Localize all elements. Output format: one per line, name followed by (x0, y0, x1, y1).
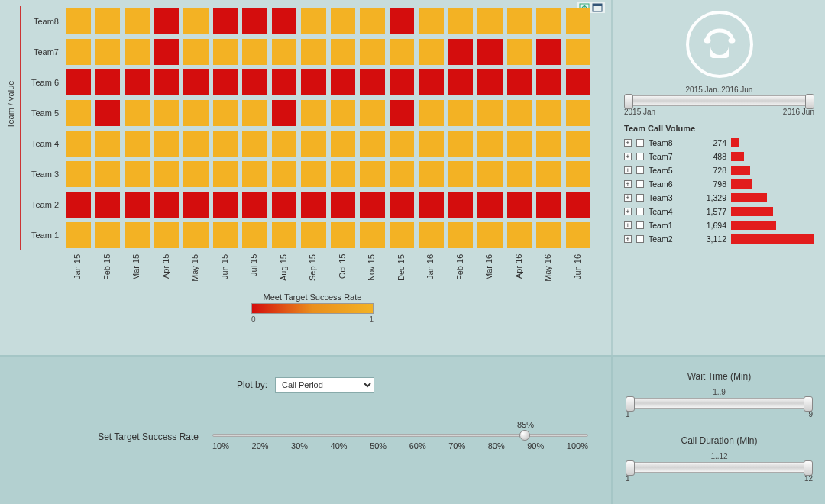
heatmap-cell[interactable] (534, 6, 564, 37)
team-checkbox[interactable] (636, 235, 644, 243)
heatmap-grid[interactable]: Team8Team7Team 6Team 5Team 4Team 3Team 2… (20, 6, 605, 250)
plot-by-select[interactable]: Call Period (275, 377, 374, 393)
heatmap-cell[interactable] (505, 159, 535, 189)
heatmap-cell[interactable] (387, 37, 417, 67)
heatmap-cell[interactable] (152, 128, 182, 159)
heatmap-cell[interactable] (564, 37, 594, 67)
heatmap-cell[interactable] (358, 67, 387, 98)
team-name[interactable]: Team2 (649, 234, 694, 244)
expand-icon[interactable]: + (624, 221, 632, 229)
call-volume-bar[interactable] (731, 152, 744, 161)
team-checkbox[interactable] (636, 166, 644, 174)
heatmap-cell[interactable] (152, 37, 182, 67)
heatmap-cell[interactable] (299, 67, 328, 98)
heatmap-cell[interactable] (387, 6, 417, 37)
heatmap-cell[interactable] (475, 128, 505, 159)
heatmap-cell[interactable] (328, 159, 358, 189)
heatmap-cell[interactable] (122, 189, 152, 220)
team-checkbox[interactable] (636, 139, 644, 147)
heatmap-cell[interactable] (240, 220, 270, 250)
heatmap-cell[interactable] (270, 37, 299, 67)
heatmap-cell[interactable] (358, 37, 387, 67)
heatmap-cell[interactable] (446, 98, 476, 128)
team-checkbox[interactable] (636, 194, 644, 202)
heatmap-cell[interactable] (328, 37, 358, 67)
heatmap-cell[interactable] (416, 6, 446, 37)
expand-icon[interactable]: + (624, 180, 632, 188)
heatmap-cell[interactable] (534, 67, 564, 98)
heatmap-cell[interactable] (475, 67, 505, 98)
expand-icon[interactable]: + (624, 166, 632, 174)
heatmap-cell[interactable] (416, 189, 446, 220)
heatmap-cell[interactable] (564, 220, 594, 250)
heatmap-cell[interactable] (505, 67, 535, 98)
heatmap-cell[interactable] (63, 67, 93, 98)
heatmap-cell[interactable] (564, 159, 594, 189)
heatmap-cell[interactable] (63, 6, 93, 37)
team-name[interactable]: Team5 (649, 166, 694, 175)
heatmap-cell[interactable] (328, 6, 358, 37)
heatmap-cell[interactable] (63, 128, 93, 159)
heatmap-cell[interactable] (446, 128, 476, 159)
heatmap-cell[interactable] (93, 159, 123, 189)
heatmap-cell[interactable] (534, 159, 564, 189)
heatmap-cell[interactable] (270, 98, 299, 128)
team-name[interactable]: Team7 (649, 152, 694, 161)
team-checkbox[interactable] (636, 180, 644, 188)
heatmap-cell[interactable] (122, 128, 152, 159)
heatmap-cell[interactable] (299, 128, 328, 159)
call-volume-bar[interactable] (731, 193, 767, 202)
heatmap-cell[interactable] (387, 67, 417, 98)
heatmap-cell[interactable] (181, 189, 211, 220)
heatmap-cell[interactable] (505, 98, 535, 128)
heatmap-cell[interactable] (475, 189, 505, 220)
heatmap-cell[interactable] (505, 37, 535, 67)
heatmap-cell[interactable] (328, 220, 358, 250)
heatmap-cell[interactable] (299, 6, 328, 37)
heatmap-cell[interactable] (181, 6, 211, 37)
team-name[interactable]: Team6 (649, 179, 694, 189)
heatmap-cell[interactable] (475, 6, 505, 37)
call-duration-handle-min[interactable] (626, 460, 635, 476)
heatmap-cell[interactable] (240, 128, 270, 159)
target-rate-slider[interactable]: 85% 10%20%30%40%50%60%70%80%90%100% (212, 423, 588, 451)
heatmap-cell[interactable] (152, 98, 182, 128)
heatmap-cell[interactable] (534, 98, 564, 128)
heatmap-cell[interactable] (446, 189, 476, 220)
heatmap-cell[interactable] (358, 98, 387, 128)
heatmap-cell[interactable] (270, 128, 299, 159)
heatmap-cell[interactable] (416, 159, 446, 189)
heatmap-cell[interactable] (564, 67, 594, 98)
heatmap-cell[interactable] (358, 189, 387, 220)
time-range-handle-max[interactable] (805, 94, 814, 109)
heatmap-cell[interactable] (211, 189, 241, 220)
heatmap-cell[interactable] (63, 98, 93, 128)
heatmap-cell[interactable] (564, 189, 594, 220)
heatmap-cell[interactable] (505, 189, 535, 220)
heatmap-cell[interactable] (93, 220, 123, 250)
heatmap-cell[interactable] (211, 159, 241, 189)
heatmap-cell[interactable] (387, 98, 417, 128)
heatmap-cell[interactable] (152, 67, 182, 98)
heatmap-cell[interactable] (416, 37, 446, 67)
heatmap-cell[interactable] (152, 189, 182, 220)
heatmap-cell[interactable] (446, 67, 476, 98)
heatmap-cell[interactable] (122, 37, 152, 67)
heatmap-cell[interactable] (270, 6, 299, 37)
wait-time-slider[interactable] (626, 398, 813, 409)
heatmap-cell[interactable] (211, 37, 241, 67)
heatmap-cell[interactable] (240, 67, 270, 98)
heatmap-cell[interactable] (122, 6, 152, 37)
heatmap-cell[interactable] (93, 98, 123, 128)
heatmap-cell[interactable] (299, 220, 328, 250)
heatmap-cell[interactable] (534, 37, 564, 67)
heatmap-cell[interactable] (564, 6, 594, 37)
heatmap-cell[interactable] (63, 37, 93, 67)
heatmap-cell[interactable] (240, 159, 270, 189)
heatmap-cell[interactable] (122, 159, 152, 189)
call-volume-bar[interactable] (731, 234, 814, 244)
heatmap-cell[interactable] (152, 159, 182, 189)
heatmap-cell[interactable] (505, 220, 535, 250)
heatmap-cell[interactable] (122, 220, 152, 250)
heatmap-cell[interactable] (534, 220, 564, 250)
